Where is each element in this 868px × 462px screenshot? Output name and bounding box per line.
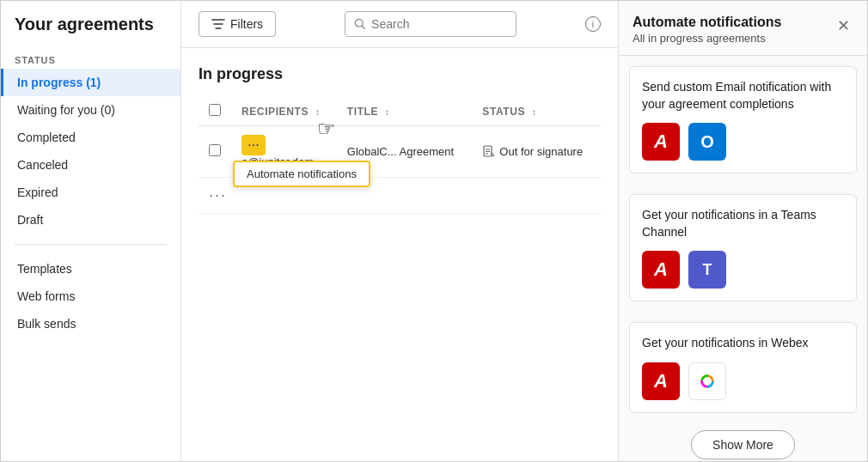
adobe-icon-teams[interactable]: A <box>642 251 680 289</box>
webex-icon[interactable] <box>688 362 726 400</box>
teams-card-icons: A T <box>642 251 844 289</box>
row-checkbox[interactable] <box>209 144 221 156</box>
recipients-header: RECIPIENTS ↕ <box>231 97 337 126</box>
sidebar-item-canceled[interactable]: Canceled <box>1 151 180 179</box>
row-status: Out for signature <box>472 126 601 178</box>
sidebar-title: Your agreements <box>1 15 180 48</box>
info-icon[interactable]: i <box>585 16 601 32</box>
outlook-icon[interactable]: O <box>688 123 726 161</box>
table-row: ··· Automate notifications e@jupiter.dom… <box>199 126 601 178</box>
sidebar: Your agreements STATUS In progress (1) W… <box>1 1 181 461</box>
sidebar-item-expired[interactable]: Expired <box>1 179 180 206</box>
title-sort-icon[interactable]: ↕ <box>385 107 390 117</box>
section-title: In progress <box>199 65 601 83</box>
close-panel-button[interactable]: ✕ <box>834 15 853 37</box>
adobe-icon-email[interactable]: A <box>642 123 680 161</box>
filter-button[interactable]: Filters <box>199 11 276 37</box>
search-bar <box>345 11 517 37</box>
more-dots-button[interactable]: ··· <box>209 186 227 204</box>
webex-notification-card: Get your notifications in Webex A <box>629 322 857 413</box>
search-icon <box>354 18 366 30</box>
main-content: Filters i In progress <box>181 1 618 461</box>
right-panel-titles: Automate notifications All in progress a… <box>633 15 781 45</box>
sidebar-item-web-forms[interactable]: Web forms <box>1 283 180 310</box>
title-header: TITLE ↕ <box>337 97 473 126</box>
row-checkbox-cell <box>199 126 231 178</box>
teams-notification-card: Get your notifications in a Teams Channe… <box>629 194 857 301</box>
sidebar-item-bulk-sends[interactable]: Bulk sends <box>1 310 180 337</box>
teams-icon[interactable]: T <box>688 251 726 289</box>
document-icon <box>482 145 496 159</box>
email-card-title: Send custom Email notification with your… <box>642 79 844 112</box>
status-sort-icon[interactable]: ↕ <box>532 107 537 117</box>
select-all-checkbox[interactable] <box>209 104 221 116</box>
search-input[interactable] <box>371 17 492 31</box>
email-card-icons: A O <box>642 123 844 161</box>
status-badge: Out for signature <box>482 145 590 159</box>
main-body: In progress RECIPIENTS ↕ TITLE ↕ <box>181 48 618 461</box>
sidebar-item-completed[interactable]: Completed <box>1 124 180 151</box>
main-header: Filters i <box>181 1 618 48</box>
webex-card-title: Get your notifications in Webex <box>642 335 844 352</box>
webex-card-icons: A <box>642 362 844 400</box>
email-notification-card: Send custom Email notification with your… <box>629 66 857 173</box>
checkbox-header <box>199 97 231 126</box>
right-panel-header: Automate notifications All in progress a… <box>619 1 867 56</box>
recipients-sort-icon[interactable]: ↕ <box>315 107 321 117</box>
agreements-table: RECIPIENTS ↕ TITLE ↕ STATUS ↕ <box>199 97 601 214</box>
filter-icon <box>211 17 225 31</box>
show-more-button[interactable]: Show More <box>691 430 795 459</box>
sidebar-divider <box>15 244 167 245</box>
adobe-icon-webex[interactable]: A <box>642 362 680 400</box>
row-actions: ··· Automate notifications <box>241 135 327 155</box>
app-container: Your agreements STATUS In progress (1) W… <box>0 0 868 462</box>
sidebar-item-in-progress[interactable]: In progress (1) <box>1 69 180 96</box>
teams-card-title: Get your notifications in a Teams Channe… <box>642 207 844 240</box>
row-recipients: ··· Automate notifications e@jupiter.dom <box>231 126 337 178</box>
sidebar-item-waiting-for-you[interactable]: Waiting for you (0) <box>1 96 180 124</box>
sidebar-item-draft[interactable]: Draft <box>1 206 180 234</box>
right-panel-subtitle: All in progress agreements <box>633 32 781 45</box>
more-options-button[interactable]: ··· <box>241 135 266 155</box>
automate-tooltip[interactable]: Automate notifications <box>233 161 370 187</box>
status-section-label: STATUS <box>1 48 180 69</box>
webex-ring-icon <box>695 369 719 393</box>
right-panel-title: Automate notifications <box>633 15 781 30</box>
status-header: STATUS ↕ <box>472 97 601 126</box>
right-panel: Automate notifications All in progress a… <box>618 1 867 461</box>
sidebar-item-templates[interactable]: Templates <box>1 255 180 283</box>
